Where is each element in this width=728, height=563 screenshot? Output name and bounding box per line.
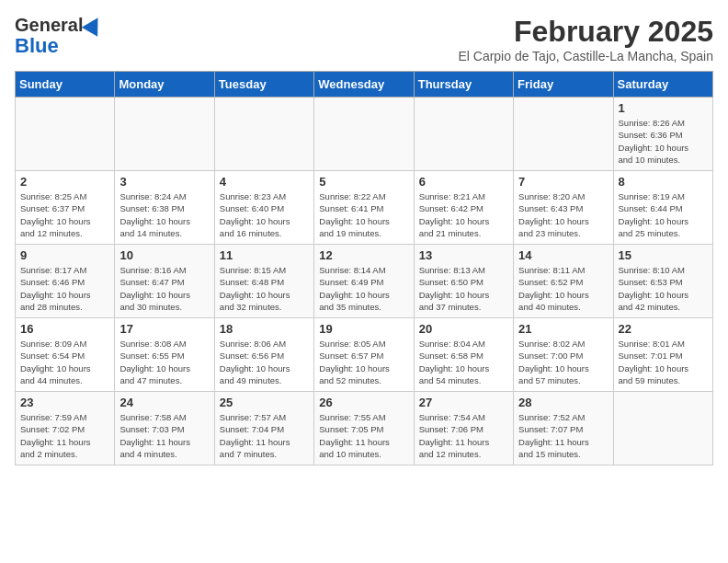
day-number: 9 xyxy=(20,248,109,262)
calendar-cell xyxy=(115,98,214,171)
day-number: 3 xyxy=(119,175,209,189)
calendar-cell: 25Sunrise: 7:57 AM Sunset: 7:04 PM Dayli… xyxy=(214,392,313,465)
calendar-week-row: 23Sunrise: 7:59 AM Sunset: 7:02 PM Dayli… xyxy=(16,392,713,465)
col-header-thursday: Thursday xyxy=(414,72,513,98)
day-number: 7 xyxy=(518,175,608,189)
day-info: Sunrise: 8:23 AM Sunset: 6:40 PM Dayligh… xyxy=(220,190,309,239)
day-info: Sunrise: 8:05 AM Sunset: 6:57 PM Dayligh… xyxy=(319,338,408,386)
day-number: 6 xyxy=(419,175,508,189)
calendar-cell: 6Sunrise: 8:21 AM Sunset: 6:42 PM Daylig… xyxy=(414,171,513,245)
day-info: Sunrise: 7:57 AM Sunset: 7:04 PM Dayligh… xyxy=(220,411,309,460)
day-info: Sunrise: 8:02 AM Sunset: 7:00 PM Dayligh… xyxy=(518,338,608,386)
day-number: 14 xyxy=(518,248,608,262)
day-info: Sunrise: 8:11 AM Sunset: 6:52 PM Dayligh… xyxy=(518,264,608,313)
day-info: Sunrise: 8:20 AM Sunset: 6:43 PM Dayligh… xyxy=(518,190,608,239)
day-number: 23 xyxy=(20,396,109,409)
col-header-tuesday: Tuesday xyxy=(214,72,313,98)
calendar-cell xyxy=(414,98,513,171)
logo-triangle-icon xyxy=(82,13,106,37)
calendar-table: SundayMondayTuesdayWednesdayThursdayFrid… xyxy=(15,71,713,465)
day-number: 27 xyxy=(419,396,508,409)
calendar-cell: 2Sunrise: 8:25 AM Sunset: 6:37 PM Daylig… xyxy=(16,171,115,245)
day-number: 21 xyxy=(518,322,608,336)
day-number: 5 xyxy=(319,175,408,189)
col-header-sunday: Sunday xyxy=(16,72,115,98)
day-number: 19 xyxy=(319,322,408,336)
day-number: 1 xyxy=(619,101,708,115)
day-info: Sunrise: 8:22 AM Sunset: 6:41 PM Dayligh… xyxy=(319,190,408,239)
location-title: El Carpio de Tajo, Castille-La Mancha, S… xyxy=(458,49,713,63)
day-info: Sunrise: 7:55 AM Sunset: 7:05 PM Dayligh… xyxy=(319,411,408,460)
calendar-header-row: SundayMondayTuesdayWednesdayThursdayFrid… xyxy=(16,72,713,98)
month-title: February 2025 xyxy=(458,15,713,49)
calendar-week-row: 9Sunrise: 8:17 AM Sunset: 6:46 PM Daylig… xyxy=(16,245,713,318)
day-number: 17 xyxy=(119,322,209,336)
calendar-cell: 18Sunrise: 8:06 AM Sunset: 6:56 PM Dayli… xyxy=(214,318,313,392)
calendar-cell: 14Sunrise: 8:11 AM Sunset: 6:52 PM Dayli… xyxy=(514,245,613,318)
day-info: Sunrise: 7:58 AM Sunset: 7:03 PM Dayligh… xyxy=(119,411,209,460)
calendar-cell xyxy=(214,98,313,171)
day-number: 13 xyxy=(419,248,508,262)
calendar-cell: 11Sunrise: 8:15 AM Sunset: 6:48 PM Dayli… xyxy=(214,245,313,318)
day-info: Sunrise: 8:14 AM Sunset: 6:49 PM Dayligh… xyxy=(319,264,408,313)
day-info: Sunrise: 8:08 AM Sunset: 6:55 PM Dayligh… xyxy=(119,338,209,386)
day-number: 12 xyxy=(319,248,408,262)
calendar-cell: 3Sunrise: 8:24 AM Sunset: 6:38 PM Daylig… xyxy=(115,171,214,245)
calendar-cell: 21Sunrise: 8:02 AM Sunset: 7:00 PM Dayli… xyxy=(514,318,613,392)
page-header: General Blue February 2025 El Carpio de … xyxy=(15,15,713,63)
day-info: Sunrise: 7:54 AM Sunset: 7:06 PM Dayligh… xyxy=(419,411,508,460)
day-info: Sunrise: 8:16 AM Sunset: 6:47 PM Dayligh… xyxy=(119,264,209,313)
day-number: 25 xyxy=(220,396,309,409)
day-info: Sunrise: 8:25 AM Sunset: 6:37 PM Dayligh… xyxy=(20,190,109,239)
day-info: Sunrise: 8:19 AM Sunset: 6:44 PM Dayligh… xyxy=(619,190,708,239)
calendar-cell xyxy=(514,98,613,171)
calendar-cell: 19Sunrise: 8:05 AM Sunset: 6:57 PM Dayli… xyxy=(314,318,414,392)
day-info: Sunrise: 8:10 AM Sunset: 6:53 PM Dayligh… xyxy=(619,264,708,313)
logo-text-general: General xyxy=(15,15,83,35)
calendar-cell: 4Sunrise: 8:23 AM Sunset: 6:40 PM Daylig… xyxy=(214,171,313,245)
calendar-cell: 28Sunrise: 7:52 AM Sunset: 7:07 PM Dayli… xyxy=(514,392,613,465)
title-block: February 2025 El Carpio de Tajo, Castill… xyxy=(458,15,713,63)
calendar-cell: 7Sunrise: 8:20 AM Sunset: 6:43 PM Daylig… xyxy=(514,171,613,245)
day-number: 16 xyxy=(20,322,109,336)
day-info: Sunrise: 7:52 AM Sunset: 7:07 PM Dayligh… xyxy=(518,411,608,460)
col-header-friday: Friday xyxy=(514,72,613,98)
col-header-monday: Monday xyxy=(115,72,214,98)
day-info: Sunrise: 8:17 AM Sunset: 6:46 PM Dayligh… xyxy=(20,264,109,313)
day-info: Sunrise: 8:13 AM Sunset: 6:50 PM Dayligh… xyxy=(419,264,508,313)
calendar-cell: 8Sunrise: 8:19 AM Sunset: 6:44 PM Daylig… xyxy=(613,171,712,245)
day-number: 20 xyxy=(419,322,508,336)
calendar-cell xyxy=(16,98,115,171)
calendar-cell: 12Sunrise: 8:14 AM Sunset: 6:49 PM Dayli… xyxy=(314,245,414,318)
day-number: 28 xyxy=(518,396,608,409)
calendar-cell: 15Sunrise: 8:10 AM Sunset: 6:53 PM Dayli… xyxy=(613,245,712,318)
calendar-cell: 23Sunrise: 7:59 AM Sunset: 7:02 PM Dayli… xyxy=(16,392,115,465)
calendar-cell: 13Sunrise: 8:13 AM Sunset: 6:50 PM Dayli… xyxy=(414,245,513,318)
calendar-cell: 5Sunrise: 8:22 AM Sunset: 6:41 PM Daylig… xyxy=(314,171,414,245)
day-number: 18 xyxy=(220,322,309,336)
day-number: 2 xyxy=(20,175,109,189)
day-info: Sunrise: 8:26 AM Sunset: 6:36 PM Dayligh… xyxy=(619,117,708,166)
day-number: 4 xyxy=(220,175,309,189)
calendar-cell: 22Sunrise: 8:01 AM Sunset: 7:01 PM Dayli… xyxy=(613,318,712,392)
day-number: 8 xyxy=(619,175,708,189)
calendar-cell: 27Sunrise: 7:54 AM Sunset: 7:06 PM Dayli… xyxy=(414,392,513,465)
day-info: Sunrise: 8:24 AM Sunset: 6:38 PM Dayligh… xyxy=(119,190,209,239)
calendar-cell xyxy=(613,392,712,465)
day-info: Sunrise: 8:06 AM Sunset: 6:56 PM Dayligh… xyxy=(220,338,309,386)
logo: General Blue xyxy=(15,15,103,57)
calendar-week-row: 16Sunrise: 8:09 AM Sunset: 6:54 PM Dayli… xyxy=(16,318,713,392)
day-number: 24 xyxy=(119,396,209,409)
day-number: 26 xyxy=(319,396,408,409)
day-number: 10 xyxy=(119,248,209,262)
day-number: 22 xyxy=(619,322,708,336)
day-info: Sunrise: 8:01 AM Sunset: 7:01 PM Dayligh… xyxy=(619,338,708,386)
day-info: Sunrise: 8:04 AM Sunset: 6:58 PM Dayligh… xyxy=(419,338,508,386)
calendar-cell: 24Sunrise: 7:58 AM Sunset: 7:03 PM Dayli… xyxy=(115,392,214,465)
calendar-cell: 20Sunrise: 8:04 AM Sunset: 6:58 PM Dayli… xyxy=(414,318,513,392)
calendar-week-row: 1Sunrise: 8:26 AM Sunset: 6:36 PM Daylig… xyxy=(16,98,713,171)
calendar-cell: 1Sunrise: 8:26 AM Sunset: 6:36 PM Daylig… xyxy=(613,98,712,171)
calendar-cell: 9Sunrise: 8:17 AM Sunset: 6:46 PM Daylig… xyxy=(16,245,115,318)
calendar-cell xyxy=(314,98,414,171)
col-header-saturday: Saturday xyxy=(613,72,712,98)
